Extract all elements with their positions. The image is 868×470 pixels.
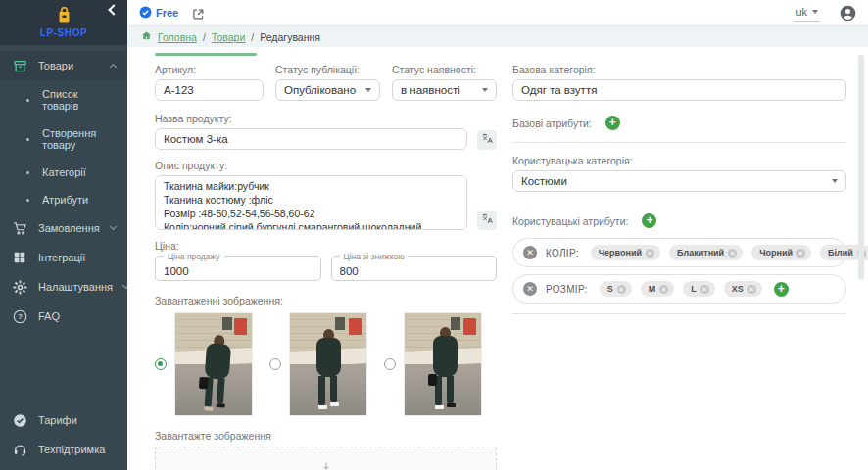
- sidebar-menu: Товари Список товарів Створення товару К…: [0, 45, 127, 470]
- product-photo-3[interactable]: [404, 312, 482, 416]
- stock-status-select[interactable]: в наявності: [392, 79, 497, 101]
- sidebar-item-product-list[interactable]: Список товарів: [0, 80, 127, 119]
- translate-name-button[interactable]: [477, 130, 497, 150]
- discount-price-field: Ціна зі знижкою: [331, 256, 498, 281]
- sidebar-item-tariffs[interactable]: Тарифи: [0, 405, 127, 435]
- remove-chip-icon[interactable]: ✕: [659, 285, 668, 294]
- description-label: Опис продукту:: [155, 160, 497, 171]
- model-figure: [430, 327, 459, 409]
- main-image-radio-1[interactable]: [155, 358, 167, 370]
- remove-chip-icon[interactable]: ✕: [728, 249, 737, 258]
- main-image-radio-3[interactable]: [384, 358, 396, 370]
- remove-chip-icon[interactable]: ✕: [646, 249, 654, 258]
- sku-input[interactable]: [155, 79, 264, 101]
- translate-description-button[interactable]: [477, 211, 497, 230]
- sidebar-item-attributes[interactable]: Атрибути: [0, 186, 127, 213]
- sale-price-field: Ціна продажу: [155, 256, 321, 281]
- photo-detail: [234, 318, 247, 335]
- custom-category-value: Костюми: [521, 175, 567, 187]
- breadcrumb: Головна / Товари / Редагування: [127, 26, 868, 47]
- publish-status-select[interactable]: Опубліковано: [275, 79, 380, 101]
- sidebar-collapse-icon[interactable]: [108, 5, 118, 15]
- breadcrumb-separator: /: [203, 31, 206, 43]
- base-attributes-label: Базові атрибути:: [512, 118, 592, 129]
- language-select[interactable]: uk: [794, 4, 820, 22]
- chevron-up-icon: [110, 64, 117, 70]
- description-textarea[interactable]: Тканина майки:рубчик Тканина костюму :фл…: [155, 175, 467, 230]
- uploaded-images: [155, 312, 497, 416]
- sidebar-footer: Тарифи Техпідтримка: [0, 405, 127, 470]
- bullet-icon: [26, 199, 29, 202]
- image-dropzone[interactable]: [155, 446, 497, 470]
- sidebar-item-create-product[interactable]: Створення товару: [0, 119, 127, 159]
- sidebar-subitem-label: Створення товару: [42, 127, 116, 151]
- custom-category-select[interactable]: Костюми: [512, 170, 846, 192]
- shop-bag-icon: [56, 7, 72, 25]
- bullet-icon: [26, 138, 29, 141]
- sidebar-subitem-label: Категорії: [42, 166, 86, 178]
- attribute-name: КОЛІР:: [546, 248, 579, 258]
- plan-badge[interactable]: Free: [139, 6, 178, 21]
- avatar[interactable]: [840, 5, 856, 22]
- attribute-chip: XS✕: [724, 281, 762, 297]
- home-icon[interactable]: [141, 30, 152, 43]
- add-custom-attribute-icon[interactable]: +: [642, 213, 656, 228]
- topbar-right: uk: [794, 4, 856, 22]
- remove-attribute-icon[interactable]: ✕: [523, 282, 537, 296]
- base-category-input[interactable]: [512, 79, 846, 101]
- translate-icon: [481, 132, 494, 148]
- brand-logo-text: LP-SHOP: [40, 27, 88, 38]
- stock-status-label: Статус наявності:: [392, 64, 497, 75]
- main-image-radio-2[interactable]: [269, 358, 281, 370]
- image-option-3: [384, 312, 482, 416]
- remove-chip-icon[interactable]: ✕: [747, 285, 756, 294]
- vertical-scrollbar[interactable]: [858, 55, 864, 280]
- sidebar-item-label: Техпідтримка: [38, 444, 105, 455]
- photo-detail: [463, 318, 476, 335]
- product-photo-2[interactable]: [289, 312, 367, 416]
- price-label: Ціна:: [155, 240, 497, 252]
- sku-label: Артикул:: [155, 64, 264, 75]
- sidebar-item-products[interactable]: Товари: [0, 51, 127, 80]
- breadcrumb-home-link[interactable]: Головна: [158, 31, 197, 43]
- custom-attributes-label: Користувацькі атрибути:: [512, 215, 628, 227]
- sidebar-item-orders[interactable]: Замовлення: [0, 213, 127, 243]
- image-option-2: [269, 312, 367, 416]
- product-name-input[interactable]: [155, 128, 467, 150]
- sidebar-item-settings[interactable]: Налаштування: [0, 272, 127, 302]
- caret-down-icon: [365, 88, 371, 92]
- attribute-chip: M✕: [641, 281, 675, 297]
- divider: [512, 313, 846, 314]
- remove-attribute-icon[interactable]: ✕: [523, 246, 537, 259]
- verified-icon: [139, 6, 152, 21]
- add-base-attribute-icon[interactable]: +: [605, 116, 620, 130]
- custom-category-label: Користувацька категорія:: [512, 155, 846, 166]
- sidebar-item-integrations[interactable]: Інтеграції: [0, 243, 127, 272]
- remove-chip-icon[interactable]: ✕: [700, 285, 709, 294]
- products-box-icon: [12, 58, 27, 73]
- product-main-column: Артикул: Статус публікації: Опубліковано…: [155, 64, 497, 470]
- external-link-icon[interactable]: [192, 7, 205, 20]
- remove-chip-icon[interactable]: ✕: [796, 249, 805, 258]
- topbar: Free uk: [127, 0, 868, 26]
- breadcrumb-current: Редагування: [260, 31, 320, 43]
- attribute-name: РОЗМІР:: [546, 284, 588, 295]
- headset-icon: [12, 442, 27, 457]
- sidebar-subitem-label: Список товарів: [42, 88, 116, 112]
- add-attribute-value-icon[interactable]: +: [774, 282, 789, 297]
- sidebar-item-label: Налаштування: [38, 281, 113, 293]
- widgets-icon: [12, 250, 27, 265]
- edit-product-form: Артикул: Статус публікації: Опубліковано…: [127, 47, 868, 470]
- breadcrumb-products-link[interactable]: Товари: [212, 31, 245, 43]
- upload-icon: [319, 461, 333, 470]
- attribute-row-color: ✕ КОЛІР: Червоний✕ Блакитний✕ Чорний✕ Бі…: [512, 238, 846, 267]
- sidebar-item-support[interactable]: Техпідтримка: [0, 435, 127, 464]
- model-figure: [199, 334, 233, 412]
- sidebar-item-categories[interactable]: Категорії: [0, 159, 127, 186]
- product-photo-1[interactable]: [174, 312, 253, 416]
- publish-status-label: Статус публікації:: [275, 64, 380, 75]
- sidebar-item-faq[interactable]: ? FAQ: [0, 302, 127, 331]
- attribute-chip: S✕: [600, 281, 632, 297]
- check-badge-icon: [12, 412, 27, 428]
- remove-chip-icon[interactable]: ✕: [617, 285, 626, 294]
